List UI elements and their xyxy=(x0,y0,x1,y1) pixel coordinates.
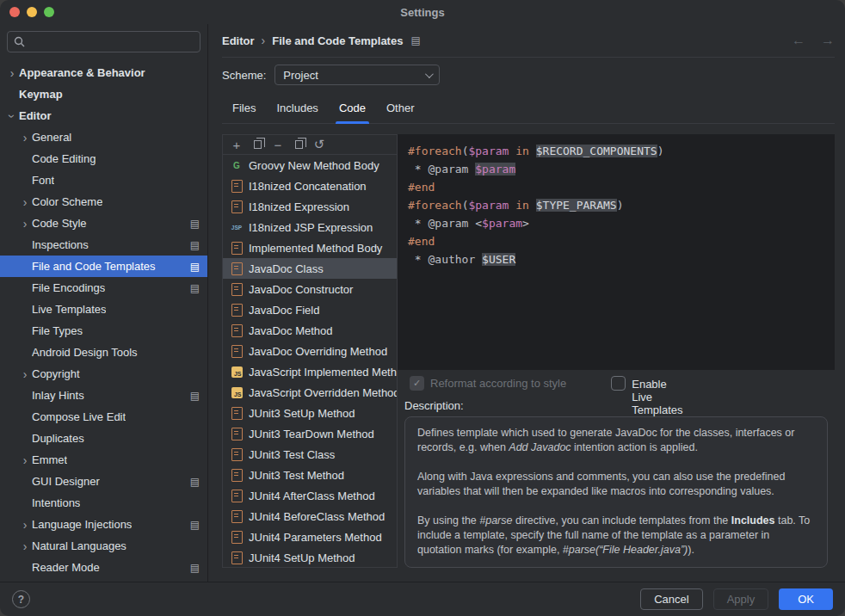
add-icon[interactable]: + xyxy=(226,136,247,154)
cancel-button[interactable]: Cancel xyxy=(640,588,702,610)
in-place-settings-icon: ▤ xyxy=(190,239,200,251)
template-item-javadoc-method[interactable]: JavaDoc Method xyxy=(223,320,397,341)
sidebar-item-general[interactable]: ›General xyxy=(0,126,207,148)
description-paragraph: Along with Java expressions and comments… xyxy=(417,470,815,499)
sidebar-item-label: File Types xyxy=(32,324,83,337)
chevron-right-icon[interactable]: › xyxy=(18,196,32,208)
template-item-javadoc-overriding-method[interactable]: JavaDoc Overriding Method xyxy=(223,341,397,361)
search-input[interactable] xyxy=(7,31,200,52)
sidebar-item-appearance-behavior[interactable]: ›Appearance & Behavior xyxy=(0,62,207,83)
copy-icon[interactable] xyxy=(247,136,268,154)
sidebar-item-color-scheme[interactable]: ›Color Scheme xyxy=(0,191,207,213)
sidebar-item-reader-mode[interactable]: Reader Mode▤ xyxy=(0,557,207,578)
enable-live-templates-checkbox[interactable]: Enable Live Templates xyxy=(611,376,642,391)
template-item-junit3-test-class[interactable]: JUnit3 Test Class xyxy=(223,444,397,465)
help-button[interactable]: ? xyxy=(12,590,30,608)
template-item-junit3-teardown-method[interactable]: JUnit3 TearDown Method xyxy=(223,423,397,444)
sidebar-item-label: Keymap xyxy=(19,88,63,101)
sidebar-item-duplicates[interactable]: Duplicates xyxy=(0,428,207,449)
sidebar-item-label: Reader Mode xyxy=(32,561,100,574)
code-line: * @param $param xyxy=(408,160,835,178)
sidebar-item-inlay-hints[interactable]: Inlay Hints▤ xyxy=(0,385,207,406)
tab-code[interactable]: Code xyxy=(329,95,376,123)
chevron-down-icon[interactable]: › xyxy=(6,109,18,123)
chevron-right-icon[interactable]: › xyxy=(18,454,32,466)
sidebar-item-keymap[interactable]: Keymap xyxy=(0,83,207,105)
template-code-editor[interactable]: #foreach($param in $RECORD_COMPONENTS) *… xyxy=(398,134,835,370)
template-item-label: JavaDoc Class xyxy=(249,262,397,275)
sidebar-item-live-templates[interactable]: Live Templates xyxy=(0,299,207,320)
template-item-javadoc-field[interactable]: JavaDoc Field xyxy=(223,299,397,320)
chevron-right-icon[interactable]: › xyxy=(18,132,32,144)
chevron-right-icon[interactable]: › xyxy=(18,519,32,531)
code-line: #end xyxy=(408,232,835,250)
settings-sidebar: ›Appearance & BehaviorKeymap›Editor›Gene… xyxy=(0,24,208,582)
sidebar-item-editor[interactable]: ›Editor xyxy=(0,105,207,126)
in-place-settings-icon: ▤ xyxy=(190,261,200,273)
remove-icon[interactable]: − xyxy=(268,136,288,154)
tab-files[interactable]: Files xyxy=(222,95,266,123)
template-item-junit3-setup-method[interactable]: JUnit3 SetUp Method xyxy=(223,403,397,423)
sidebar-item-gui-designer[interactable]: GUI Designer▤ xyxy=(0,471,207,492)
template-item-i18nized-expression[interactable]: I18nized Expression xyxy=(223,196,397,217)
template-item-implemented-method-body[interactable]: Implemented Method Body xyxy=(223,237,397,258)
sidebar-item-compose-live-edit[interactable]: Compose Live Edit xyxy=(0,406,207,428)
sidebar-item-android-design-tools[interactable]: Android Design Tools xyxy=(0,342,207,363)
sidebar-item-font[interactable]: Font xyxy=(0,169,207,191)
template-item-javascript-implemented-method[interactable]: JSJavaScript Implemented Method xyxy=(223,361,397,382)
description-panel: Defines template which used to generate … xyxy=(404,416,828,568)
reformat-checkbox[interactable]: ✓ Reformat according to style xyxy=(410,376,566,391)
in-place-settings-icon: ▤ xyxy=(190,519,200,531)
sidebar-item-file-and-code-templates[interactable]: File and Code Templates▤ xyxy=(0,256,207,277)
chevron-right-icon[interactable]: › xyxy=(5,67,19,79)
template-options: ✓ Reformat according to style Enable Liv… xyxy=(398,370,835,396)
sidebar-item-inspections[interactable]: Inspections▤ xyxy=(0,234,207,256)
template-item-junit4-afterclass-method[interactable]: JUnit4 AfterClass Method xyxy=(223,485,397,506)
forward-icon[interactable]: → xyxy=(821,33,835,48)
sidebar-item-code-style[interactable]: ›Code Style▤ xyxy=(0,213,207,234)
jsp-icon: JSP xyxy=(230,225,244,231)
template-icon xyxy=(230,469,244,482)
sidebar-item-emmet[interactable]: ›Emmet xyxy=(0,449,207,471)
chevron-right-icon[interactable]: › xyxy=(18,368,32,380)
tab-includes[interactable]: Includes xyxy=(266,95,328,123)
titlebar: Settings xyxy=(0,0,845,24)
template-item-i18nized-jsp-expression[interactable]: JSPI18nized JSP Expression xyxy=(223,217,397,237)
template-item-label: JavaDoc Constructor xyxy=(249,283,397,296)
scheme-select[interactable]: Project xyxy=(274,65,440,85)
checkbox-checked-icon: ✓ xyxy=(410,376,424,391)
sidebar-item-file-types[interactable]: File Types xyxy=(0,320,207,342)
breadcrumb-editor[interactable]: Editor xyxy=(222,34,255,47)
back-icon[interactable]: ← xyxy=(792,33,805,48)
template-item-junit4-parameters-method[interactable]: JUnit4 Parameters Method xyxy=(223,527,397,547)
sidebar-item-intentions[interactable]: Intentions xyxy=(0,492,207,514)
sidebar-item-code-editing[interactable]: Code Editing xyxy=(0,148,207,169)
template-item-javadoc-constructor[interactable]: JavaDoc Constructor xyxy=(223,279,397,299)
template-item-label: JUnit4 BeforeClass Method xyxy=(249,510,397,523)
revert-icon[interactable]: ↺ xyxy=(309,136,330,154)
chevron-right-icon[interactable]: › xyxy=(18,218,32,230)
sidebar-item-natural-languages[interactable]: ›Natural Languages xyxy=(0,535,207,557)
ok-button[interactable]: OK xyxy=(779,588,833,610)
sidebar-item-label: File Encodings xyxy=(32,281,105,294)
settings-tree: ›Appearance & BehaviorKeymap›Editor›Gene… xyxy=(0,62,207,582)
sidebar-item-language-injections[interactable]: ›Language Injections▤ xyxy=(0,514,207,535)
template-item-javascript-overridden-method[interactable]: JSJavaScript Overridden Method xyxy=(223,382,397,403)
tab-other[interactable]: Other xyxy=(376,95,425,123)
apply-button[interactable]: Apply xyxy=(713,588,769,610)
sidebar-item-file-encodings[interactable]: File Encodings▤ xyxy=(0,277,207,299)
template-item-i18nized-concatenation[interactable]: I18nized Concatenation xyxy=(223,176,397,196)
template-item-groovy-new-method-body[interactable]: GGroovy New Method Body xyxy=(223,155,397,176)
template-item-junit3-test-method[interactable]: JUnit3 Test Method xyxy=(223,465,397,485)
sidebar-item-label: GUI Designer xyxy=(32,475,100,488)
template-item-junit4-beforeclass-method[interactable]: JUnit4 BeforeClass Method xyxy=(223,506,397,527)
template-item-junit4-setup-method[interactable]: JUnit4 SetUp Method xyxy=(223,547,397,567)
footer-buttons: CancelApplyOK xyxy=(640,588,833,610)
sidebar-item-copyright[interactable]: ›Copyright xyxy=(0,363,207,385)
duplicate-icon[interactable] xyxy=(288,136,309,154)
sidebar-item-label: Android Design Tools xyxy=(32,346,138,359)
template-item-javadoc-class[interactable]: JavaDoc Class xyxy=(223,258,397,279)
checkbox-unchecked-icon xyxy=(611,376,626,391)
template-icon xyxy=(230,324,244,337)
chevron-right-icon[interactable]: › xyxy=(18,540,32,552)
